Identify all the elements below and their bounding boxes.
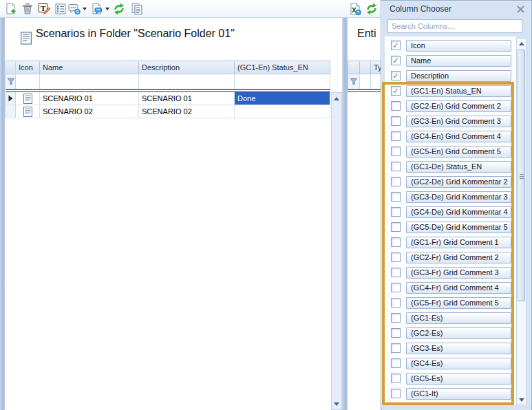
cell-description[interactable]: SCENARIO 02 <box>139 105 235 118</box>
cell-name[interactable]: SCENARIO 02 <box>40 105 139 118</box>
column-label[interactable]: (GC3-Es) <box>406 343 511 354</box>
rename-icon[interactable]: T <box>37 2 51 16</box>
column-label[interactable]: (GC1-It) <box>406 388 511 400</box>
cell-status[interactable]: Done <box>235 92 330 105</box>
column-checkbox[interactable] <box>391 283 401 292</box>
column-checkbox[interactable] <box>391 222 401 232</box>
properties-icon[interactable] <box>54 2 67 16</box>
column-label[interactable]: (GC2-Es) <box>406 327 511 339</box>
column-checkbox[interactable] <box>391 131 401 141</box>
column-chooser-item[interactable]: (GC2-Es) <box>385 327 516 339</box>
column-label[interactable]: (GC5-En) Grid Comment 5 <box>406 146 511 158</box>
column-checkbox[interactable] <box>391 116 401 126</box>
column-label[interactable]: Icon <box>406 40 511 52</box>
column-header-icon[interactable]: Icon <box>16 61 40 74</box>
scroll-up-button[interactable] <box>517 39 526 48</box>
column-chooser-item[interactable]: (GC1-Fr) Grid Comment 1 <box>385 237 516 248</box>
column-chooser-item[interactable]: (GC3-Fr) Grid Comment 3 <box>385 267 516 279</box>
column-label[interactable]: (GC1-De) Status_EN <box>406 161 511 173</box>
column-checkbox[interactable] <box>391 162 401 171</box>
column-header-status[interactable]: (GC1-En) Status_EN <box>235 61 330 74</box>
column-chooser-item[interactable]: (GC5-Es) <box>385 373 516 385</box>
column-header-description[interactable]: Description <box>139 61 235 74</box>
scroll-down-button[interactable] <box>332 399 341 409</box>
column-checkbox[interactable] <box>391 268 401 277</box>
column-label[interactable]: Name <box>406 55 511 67</box>
column-label[interactable]: Description <box>406 70 511 82</box>
document-comment-dropdown-icon[interactable] <box>90 2 104 16</box>
column-chooser-item[interactable]: ✓Description <box>385 70 516 82</box>
column-chooser-item[interactable]: ✓(GC1-En) Status_EN <box>385 85 516 97</box>
scrollbar-thumb[interactable] <box>518 50 525 301</box>
column-chooser-item[interactable]: (GC5-De) Grid Kommentar 5 <box>385 222 516 233</box>
column-chooser-item[interactable]: (GC2-De) Grid Kommentar 2 <box>385 176 516 188</box>
refresh-icon[interactable] <box>112 2 126 16</box>
column-checkbox[interactable] <box>391 177 401 186</box>
column-checkbox[interactable] <box>391 358 401 368</box>
search-input[interactable] <box>387 19 522 33</box>
table-row[interactable]: SCENARIO 01SCENARIO 01Done <box>6 92 330 105</box>
column-label[interactable]: (GC5-Fr) Grid Comment 5 <box>406 297 511 309</box>
column-checkbox[interactable] <box>391 343 401 353</box>
column-checkbox[interactable] <box>391 207 401 217</box>
scroll-up-button[interactable] <box>332 94 341 103</box>
column-checkbox[interactable]: ✓ <box>391 86 401 96</box>
panel-splitter[interactable] <box>342 18 348 410</box>
column-label[interactable]: (GC1-Fr) Grid Comment 1 <box>406 237 511 248</box>
column-label[interactable]: (GC5-Es) <box>406 373 511 385</box>
column-checkbox[interactable] <box>391 313 401 323</box>
column-chooser-item[interactable]: (GC5-En) Grid Comment 5 <box>385 146 516 158</box>
column-label[interactable]: (GC4-En) Grid Comment 4 <box>406 131 511 142</box>
copy-icon[interactable] <box>130 2 144 16</box>
add-item-icon[interactable] <box>4 2 18 16</box>
column-label[interactable]: (GC5-De) Grid Kommentar 5 <box>406 222 511 233</box>
filter-cell[interactable] <box>360 74 371 89</box>
chevron-down-icon[interactable] <box>83 8 87 10</box>
comments-dropdown-icon[interactable] <box>67 2 81 16</box>
close-button[interactable] <box>515 4 526 14</box>
delete-icon[interactable] <box>21 2 34 16</box>
cell-status[interactable] <box>235 105 330 118</box>
filter-cell[interactable] <box>139 74 235 89</box>
column-checkbox[interactable] <box>391 237 401 247</box>
chooser-scrollbar[interactable] <box>516 38 526 405</box>
column-label[interactable]: (GC4-De) Grid Kommentar 4 <box>406 206 511 218</box>
scenarios-scrollbar[interactable] <box>331 92 342 410</box>
column-header[interactable] <box>360 61 371 74</box>
table-row[interactable]: SCENARIO 02SCENARIO 02 <box>6 105 330 118</box>
export-excel-icon[interactable] <box>348 2 362 16</box>
column-checkbox[interactable] <box>391 389 401 398</box>
column-checkbox[interactable] <box>391 192 401 202</box>
column-label[interactable]: (GC4-Es) <box>406 358 511 369</box>
filter-row-icon[interactable] <box>6 74 16 89</box>
column-checkbox[interactable]: ✓ <box>391 71 401 80</box>
column-checkbox[interactable] <box>391 147 401 156</box>
column-chooser-item[interactable]: ✓Icon <box>385 40 516 52</box>
column-chooser-item[interactable]: (GC4-En) Grid Comment 4 <box>385 131 516 142</box>
column-chooser-item[interactable]: (GC1-Es) <box>385 312 516 324</box>
column-chooser-item[interactable]: ✓Name <box>385 55 516 67</box>
column-chooser-item[interactable]: (GC1-De) Status_EN <box>385 161 516 173</box>
column-chooser-item[interactable]: (GC4-Fr) Grid Comment 4 <box>385 282 516 294</box>
column-chooser-item[interactable]: (GC2-En) Grid Comment 2 <box>385 100 516 112</box>
column-chooser-item[interactable]: (GC1-It) <box>385 388 516 400</box>
column-label[interactable]: (GC1-En) Status_EN <box>406 85 511 97</box>
filter-cell[interactable] <box>16 74 40 89</box>
column-chooser-item[interactable]: (GC3-Es) <box>385 343 516 354</box>
cell-description[interactable]: SCENARIO 01 <box>139 92 235 105</box>
column-label[interactable]: (GC3-En) Grid Comment 3 <box>406 116 511 127</box>
column-chooser-item[interactable]: (GC3-En) Grid Comment 3 <box>385 116 516 127</box>
column-checkbox[interactable]: ✓ <box>391 56 401 65</box>
column-checkbox[interactable] <box>391 298 401 308</box>
column-checkbox[interactable] <box>391 101 401 111</box>
column-chooser-item[interactable]: (GC3-De) Grid Kommentar 3 <box>385 191 516 203</box>
cell-name[interactable]: SCENARIO 01 <box>40 92 139 105</box>
chevron-down-icon[interactable] <box>105 8 109 10</box>
refresh-icon[interactable] <box>365 2 379 16</box>
column-checkbox[interactable]: ✓ <box>391 41 401 50</box>
column-label[interactable]: (GC3-De) Grid Kommentar 3 <box>406 191 511 203</box>
column-header-name[interactable]: Name <box>40 61 139 74</box>
column-label[interactable]: (GC4-Fr) Grid Comment 4 <box>406 282 511 294</box>
column-checkbox[interactable] <box>391 252 401 262</box>
filter-cell[interactable] <box>235 74 330 89</box>
